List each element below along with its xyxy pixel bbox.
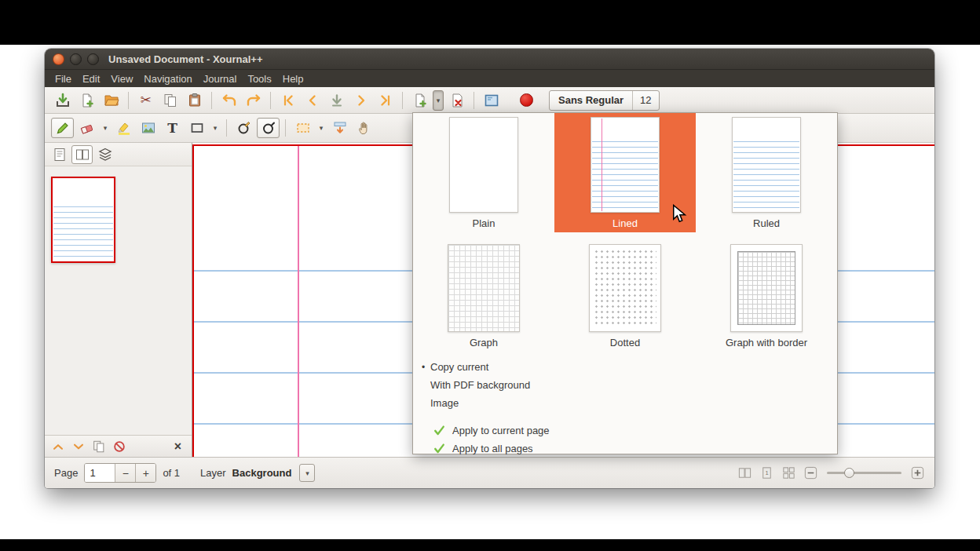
dual-page-view-button[interactable] [737, 465, 752, 480]
close-sidebar-button[interactable]: × [174, 438, 181, 455]
zoom-slider-handle[interactable] [844, 468, 854, 478]
template-graph[interactable]: Graph [413, 232, 554, 352]
delete-page-button[interactable] [445, 90, 468, 111]
fullscreen-icon [484, 93, 499, 108]
redo-button[interactable] [242, 90, 265, 111]
zoom-slider[interactable] [827, 472, 901, 474]
page-increment-button[interactable]: + [135, 464, 155, 482]
menu-view[interactable]: View [105, 71, 138, 86]
svg-text:1: 1 [765, 469, 768, 476]
menu-file[interactable]: File [49, 71, 77, 86]
preview-copy-page-button[interactable] [90, 438, 108, 455]
layer-label: Layer [200, 467, 226, 479]
preview-move-down-button[interactable] [69, 438, 87, 455]
font-size-button[interactable]: 12 [632, 91, 658, 110]
page-down-button[interactable] [325, 90, 348, 111]
next-page-button[interactable] [349, 90, 372, 111]
option-copy-current[interactable]: • Copy current [413, 358, 837, 376]
text-tool-button[interactable]: T [161, 118, 184, 138]
chevron-down-icon [71, 440, 86, 454]
option-label: With PDF background [430, 379, 530, 391]
shape-options-chevron[interactable]: ▾ [210, 118, 221, 138]
open-button[interactable] [100, 90, 122, 111]
first-page-button[interactable] [276, 90, 299, 111]
apply-all-pages[interactable]: Apply to all pages [413, 440, 837, 458]
option-pdf-background[interactable]: With PDF background [413, 376, 837, 394]
previous-page-button[interactable] [301, 90, 324, 111]
menubar: File Edit View Navigation Journal Tools … [45, 70, 934, 87]
delete-page-icon [449, 93, 465, 108]
font-widget: Sans Regular 12 [549, 90, 660, 111]
last-page-button[interactable] [374, 90, 397, 111]
tab-contents[interactable] [49, 145, 70, 164]
paste-button[interactable] [183, 90, 206, 111]
fullscreen-button[interactable] [480, 90, 503, 111]
layer-dropdown-button[interactable]: ▾ [299, 464, 315, 482]
template-label: Lined [612, 218, 638, 228]
vertical-space-button[interactable] [328, 118, 351, 138]
toolbar-separator [226, 119, 227, 137]
fit-page-button[interactable]: 1 [759, 465, 774, 480]
dual-page-icon [737, 465, 752, 480]
copy-icon [163, 93, 178, 108]
titlebar[interactable]: Unsaved Document - Xournal++ [45, 49, 934, 70]
maximize-button[interactable] [87, 53, 99, 65]
presentation-mode-button[interactable] [781, 465, 796, 480]
save-button[interactable] [51, 90, 74, 111]
zoom-in-button[interactable] [910, 465, 925, 480]
select-rect-button[interactable] [291, 118, 314, 138]
toolbar-separator [402, 92, 403, 109]
close-button[interactable] [53, 53, 64, 65]
template-label: Ruled [753, 218, 780, 228]
pen-tool-button[interactable] [51, 118, 74, 138]
font-name-button[interactable]: Sans Regular [550, 91, 632, 110]
template-dotted[interactable]: Dotted [554, 232, 696, 352]
image-tool-button[interactable] [137, 118, 159, 138]
text-tool-icon: T [167, 120, 177, 136]
apply-label: Apply to current page [452, 425, 550, 436]
page-number-input[interactable] [85, 464, 115, 482]
option-image[interactable]: Image [413, 394, 837, 412]
menu-edit[interactable]: Edit [77, 71, 105, 86]
grid-view-icon [781, 465, 796, 480]
preview-move-up-button[interactable] [49, 438, 67, 455]
copy-button[interactable] [159, 90, 181, 111]
tab-layers[interactable] [94, 145, 115, 164]
vertical-space-icon [332, 120, 348, 136]
minimize-button[interactable] [70, 53, 82, 65]
last-page-icon [378, 93, 393, 108]
shape-recognizer-button[interactable] [232, 118, 255, 138]
pages-icon [75, 147, 90, 162]
menu-journal[interactable]: Journal [198, 71, 243, 86]
undo-button[interactable] [218, 90, 240, 111]
new-page-icon [412, 93, 428, 108]
menu-tools[interactable]: Tools [242, 71, 276, 86]
menu-help[interactable]: Help [277, 71, 309, 86]
new-page-button[interactable] [408, 90, 431, 111]
new-document-button[interactable] [75, 90, 98, 111]
template-ruled[interactable]: Ruled [696, 113, 837, 232]
tab-page-preview[interactable] [71, 145, 93, 164]
zoom-out-button[interactable] [803, 465, 818, 480]
template-graph-with-border[interactable]: Graph with border [696, 232, 837, 352]
page-decrement-button[interactable]: − [115, 464, 135, 482]
draw-circle-button[interactable] [257, 118, 280, 138]
layer-value: Background [232, 467, 292, 479]
template-label: Dotted [610, 338, 640, 348]
template-plain[interactable]: Plain [413, 113, 554, 232]
statusbar-right: 1 [737, 465, 925, 480]
shape-tool-button[interactable] [185, 118, 208, 138]
cut-button[interactable]: ✂ [134, 90, 157, 111]
apply-current-page[interactable]: Apply to current page [413, 421, 837, 440]
select-options-chevron[interactable]: ▾ [316, 118, 327, 138]
record-audio-button[interactable] [515, 90, 538, 111]
highlighter-tool-button[interactable] [112, 118, 135, 138]
eraser-tool-button[interactable] [75, 118, 98, 138]
menu-navigation[interactable]: Navigation [138, 71, 197, 86]
hand-tool-button[interactable] [353, 118, 375, 138]
preview-delete-page-button[interactable] [110, 438, 128, 455]
eraser-options-chevron[interactable]: ▾ [100, 118, 111, 138]
page-1-thumbnail[interactable] [51, 177, 115, 263]
template-graph-border-preview [730, 244, 803, 332]
page-template-dropdown-button[interactable]: ▾ [433, 90, 444, 111]
